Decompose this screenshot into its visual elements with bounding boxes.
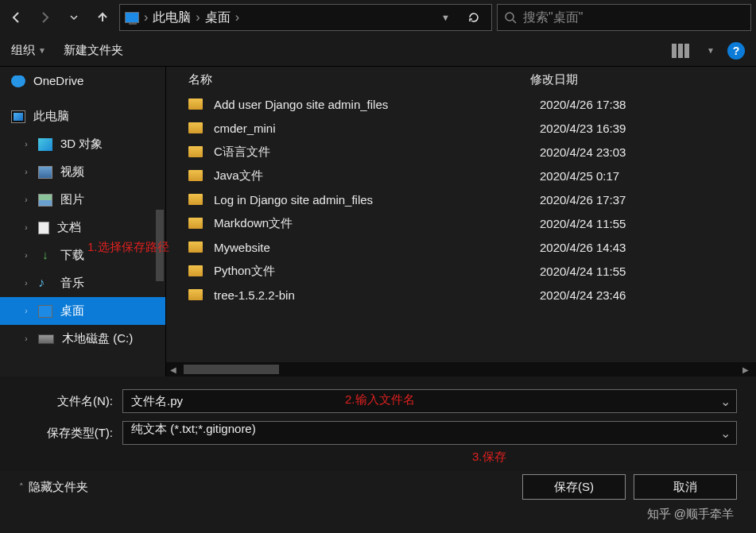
sidebar-item-3d[interactable]: ›3D 对象: [0, 130, 165, 158]
search-placeholder: 搜索"桌面": [523, 10, 583, 26]
folder-icon: [188, 194, 203, 205]
sidebar-item-onedrive[interactable]: OneDrive: [0, 67, 165, 95]
sidebar-item-this-pc[interactable]: 此电脑: [0, 102, 165, 130]
filename-label: 文件名(N):: [19, 394, 122, 409]
filetype-label: 保存类型(T):: [19, 426, 122, 441]
file-date: 2020/4/25 0:17: [540, 169, 619, 183]
watermark: 知乎 @顺手牵羊: [647, 507, 734, 522]
annotation-3: 3.保存: [472, 450, 756, 465]
file-row[interactable]: Log in Django site admin_files2020/4/26 …: [166, 187, 756, 211]
filename-dropdown-icon[interactable]: ⌄: [720, 394, 731, 409]
refresh-icon[interactable]: [467, 11, 480, 24]
cancel-button[interactable]: 取消: [634, 474, 737, 500]
file-date: 2020/4/26 17:38: [540, 98, 626, 111]
file-row[interactable]: Markdown文件2020/4/24 11:55: [166, 211, 756, 235]
file-date: 2020/4/24 23:03: [540, 145, 626, 159]
expand-icon[interactable]: ˄: [19, 482, 24, 492]
pc-icon: [11, 110, 25, 123]
file-date: 2020/4/23 16:39: [540, 122, 626, 135]
sidebar-scrollbar[interactable]: [156, 210, 164, 281]
new-folder-button[interactable]: 新建文件夹: [64, 43, 123, 58]
file-date: 2020/4/26 14:43: [540, 241, 626, 254]
video-icon: [38, 166, 52, 179]
sidebar-item-music[interactable]: ›♪音乐: [0, 269, 165, 297]
breadcrumb-item[interactable]: 此电脑: [153, 10, 191, 26]
save-button[interactable]: 保存(S): [522, 474, 626, 500]
horizontal-scrollbar[interactable]: ◀ ▶: [166, 362, 756, 377]
cloud-icon: [11, 75, 25, 87]
up-button[interactable]: [91, 6, 114, 29]
filename-input[interactable]: [122, 389, 737, 413]
pc-icon: [125, 12, 139, 23]
address-bar[interactable]: › 此电脑 › 桌面 › ▼: [119, 4, 492, 31]
3d-icon: [38, 138, 52, 151]
file-name: cmder_mini: [214, 122, 540, 135]
folder-icon: [188, 241, 203, 253]
folder-icon: [188, 218, 203, 229]
back-button[interactable]: [5, 6, 29, 29]
view-dropdown-icon[interactable]: ▼: [707, 46, 715, 55]
download-icon: ↓: [38, 249, 52, 262]
pictures-icon: [38, 194, 52, 207]
file-list-pane: 名称 修改日期 Add user Django site admin_files…: [166, 67, 756, 377]
view-options-button[interactable]: [672, 44, 694, 58]
file-name: tree-1.5.2.2-bin: [214, 288, 540, 302]
sidebar-item-video[interactable]: ›视频: [0, 158, 165, 186]
sidebar-item-docs[interactable]: ›文档: [0, 214, 165, 241]
col-name[interactable]: 名称: [188, 72, 530, 87]
file-row[interactable]: Python文件2020/4/24 11:55: [166, 259, 756, 283]
file-name: Add user Django site admin_files: [214, 98, 540, 111]
folder-icon: [188, 122, 203, 133]
search-icon: [504, 11, 517, 24]
folder-icon: [188, 265, 203, 276]
search-box[interactable]: 搜索"桌面": [497, 4, 751, 31]
file-date: 2020/4/24 11:55: [540, 265, 626, 278]
sidebar-item-downloads[interactable]: ›↓下载: [0, 241, 165, 269]
folder-icon: [188, 98, 203, 110]
svg-point-0: [506, 13, 514, 21]
folder-icon: [188, 289, 203, 300]
file-date: 2020/4/24 11:55: [540, 217, 626, 230]
folder-icon: [188, 146, 203, 157]
file-row[interactable]: C语言文件2020/4/24 23:03: [166, 140, 756, 164]
music-icon: ♪: [38, 277, 52, 290]
file-row[interactable]: cmder_mini2020/4/23 16:39: [166, 116, 756, 140]
file-name: Log in Django site admin_files: [214, 193, 540, 207]
main-area: OneDrive 此电脑 ›3D 对象 ›视频 ›图片 ›文档 ›↓下载 ›♪音…: [0, 67, 756, 377]
help-button[interactable]: ?: [727, 42, 745, 60]
recent-dropdown[interactable]: [62, 6, 86, 29]
column-headers: 名称 修改日期: [166, 67, 756, 92]
file-name: Markdown文件: [214, 216, 540, 231]
document-icon: [38, 222, 49, 234]
save-form: 文件名(N): ⌄ 2.输入文件名 保存类型(T): 纯文本 (*.txt;*.…: [0, 377, 756, 471]
file-row[interactable]: Mywebsite2020/4/26 14:43: [166, 235, 756, 259]
file-name: Mywebsite: [214, 241, 540, 254]
address-dropdown-icon[interactable]: ▼: [441, 13, 450, 22]
col-date[interactable]: 修改日期: [530, 72, 756, 87]
file-date: 2020/4/24 23:46: [540, 288, 626, 302]
file-list: Add user Django site admin_files2020/4/2…: [166, 92, 756, 362]
toolbar: 组织 ▼ 新建文件夹 ▼ ?: [0, 35, 756, 67]
hide-folders-link[interactable]: 隐藏文件夹: [29, 480, 88, 495]
file-name: Python文件: [214, 264, 540, 279]
nav-row: › 此电脑 › 桌面 › ▼ 搜索"桌面": [0, 0, 756, 35]
organize-menu[interactable]: 组织 ▼: [11, 43, 46, 58]
desktop-icon: [38, 305, 52, 318]
file-row[interactable]: Java文件2020/4/25 0:17: [166, 164, 756, 187]
file-name: Java文件: [214, 168, 540, 183]
dialog-footer: ˄ 隐藏文件夹 保存(S) 取消: [0, 471, 756, 508]
file-row[interactable]: tree-1.5.2.2-bin2020/4/24 23:46: [166, 283, 756, 307]
file-name: C语言文件: [214, 145, 540, 160]
disk-icon: [38, 334, 54, 344]
file-date: 2020/4/26 17:37: [540, 193, 626, 207]
folder-icon: [188, 170, 203, 181]
sidebar-item-desktop[interactable]: ›桌面: [0, 297, 165, 325]
filetype-combo[interactable]: 纯文本 (*.txt;*.gitignore): [122, 421, 737, 445]
forward-button[interactable]: [33, 6, 57, 29]
sidebar-item-pictures[interactable]: ›图片: [0, 186, 165, 214]
filetype-dropdown-icon[interactable]: ⌄: [720, 426, 731, 441]
breadcrumb-item[interactable]: 桌面: [205, 10, 231, 26]
sidebar-item-disk-c[interactable]: ›木地磁盘 (C:): [0, 325, 165, 353]
file-row[interactable]: Add user Django site admin_files2020/4/2…: [166, 92, 756, 116]
sidebar: OneDrive 此电脑 ›3D 对象 ›视频 ›图片 ›文档 ›↓下载 ›♪音…: [0, 67, 165, 377]
